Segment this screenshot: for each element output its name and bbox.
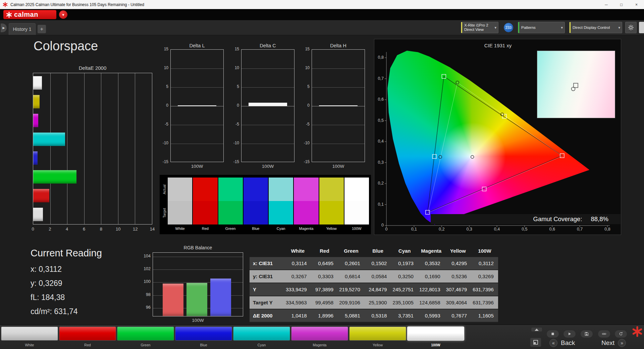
swatch-actual: [319, 178, 344, 201]
pattern-button-white[interactable]: [1, 327, 58, 341]
chart-title: RGB Balance: [153, 245, 243, 250]
reading-cdm2: cd/m²: 631,74: [31, 307, 78, 316]
table-cell: 97,3899: [311, 287, 338, 292]
table-cell: 309,4064: [445, 300, 472, 305]
display-control-dropdown[interactable]: Direct Display Control ▾: [569, 22, 622, 33]
add-tab-button[interactable]: +: [38, 25, 46, 33]
x-tick-label: 0,8: [601, 227, 614, 232]
calman-logo[interactable]: calman: [3, 10, 56, 19]
x-axis-label: 100W: [170, 164, 224, 169]
rgb-plot: [153, 252, 243, 316]
measurement-count-badge[interactable]: 233: [504, 23, 513, 32]
pattern-label: Cyan: [233, 343, 290, 347]
link-button[interactable]: [598, 330, 610, 338]
table-column-header: Yellow: [445, 248, 472, 254]
table-row: Y333,942997,3899219,527024,8479245,27511…: [250, 283, 498, 296]
table-cell: 307,4679: [445, 287, 472, 292]
swatch-target: [193, 201, 217, 225]
meter-dropdown[interactable]: X-Rite i1Pro 2 Direct View ▾: [461, 22, 498, 33]
gridline: [118, 73, 118, 224]
table-cell: 0,5236: [445, 273, 472, 279]
rgb-balance-chart: RGB Balance 1041021009896 100W: [138, 245, 245, 326]
x-axis-label: 100W: [312, 164, 365, 169]
pattern-button-magenta[interactable]: [291, 327, 348, 341]
table-column-header: Magenta: [418, 248, 445, 254]
pattern-button-blue[interactable]: [175, 327, 232, 341]
refresh-button[interactable]: [614, 330, 627, 338]
y-axis: 151050-5-10-15: [158, 49, 168, 162]
collapse-tray-button[interactable]: [531, 327, 542, 332]
close-button[interactable]: ×: [629, 0, 644, 9]
maximize-button[interactable]: □: [614, 0, 629, 9]
chevron-left-icon: «: [549, 339, 557, 347]
swatch-target: [244, 201, 268, 225]
patterns-dropdown[interactable]: Patterns ▾: [518, 22, 565, 33]
pattern-button-cyan[interactable]: [233, 327, 290, 341]
swatch-label: Cyan: [269, 225, 293, 233]
calman-app-window: Calman 2025 Calman Ultimate for Business…: [0, 0, 644, 349]
table-cell: 0,2601: [338, 260, 365, 266]
delta-h-chart: Delta H 151050-5-10-15 100W: [312, 43, 365, 174]
pattern-button-red[interactable]: [59, 327, 116, 341]
x-tick-label: 4: [66, 227, 68, 232]
table-cell: 0,3114: [284, 260, 311, 266]
table-body: x: CIE310,31140,64950,26010,15020,19730,…: [250, 257, 498, 322]
gridline: [241, 125, 294, 125]
save-button[interactable]: [580, 330, 593, 338]
swatch-actual: [218, 178, 243, 201]
brand-name: calman: [14, 11, 38, 18]
deltae-bar-red: [33, 189, 49, 202]
y-tick-label: -5: [300, 122, 310, 127]
table-column-header: Green: [338, 248, 365, 254]
actual-target-swatch-panel: Actual Target WhiteRedGreenBlueCyanMagen…: [160, 175, 371, 234]
x-tick-label: 0,4: [490, 227, 504, 232]
delta-bar: [249, 103, 287, 106]
calman-asterisk-icon[interactable]: [632, 326, 643, 337]
y-tick-label: 0,1: [374, 202, 384, 207]
table-row: y: CIE310,32670,33030,68140,05840,32500,…: [250, 270, 498, 283]
reading-x: x: 0,3112: [31, 265, 62, 274]
chart-title: DeltaE 2000: [33, 65, 152, 71]
swatch-target: [269, 201, 293, 225]
table-cell: 1,0418: [284, 313, 311, 318]
table-cell: 124,6858: [418, 300, 445, 305]
swatch-column-red: Red: [193, 178, 217, 234]
x-tick-label: 0,2: [435, 227, 448, 232]
x-tick-label: 14: [150, 227, 155, 232]
delta-bar: [178, 105, 216, 106]
table-row: ΔE 20001,04181,89965,08810,53183,73510,5…: [250, 309, 498, 322]
layout-button[interactable]: [530, 338, 541, 347]
table-cell: 0,3269: [471, 273, 498, 279]
y-tick-label: 15: [158, 47, 168, 51]
next-button[interactable]: Next »: [601, 338, 626, 348]
settings-button[interactable]: [625, 22, 637, 33]
table-header: WhiteRedGreenBlueCyanMagentaYellow100W: [250, 244, 498, 257]
swatch-column-100w: 100W: [344, 178, 369, 234]
stop-button[interactable]: [546, 330, 559, 338]
back-button[interactable]: « Back: [549, 338, 575, 348]
y-tick-label: 10: [300, 65, 310, 70]
main-menu-button[interactable]: ▾: [59, 10, 67, 19]
table-cell: 0,4295: [445, 260, 472, 266]
table-cell: 0,3303: [311, 273, 338, 279]
edge-panel-button[interactable]: [639, 22, 644, 33]
pattern-button-green[interactable]: [117, 327, 174, 341]
display-control-accent: [570, 22, 571, 33]
gridline: [171, 144, 223, 144]
tab-history-1[interactable]: History 1: [9, 23, 36, 35]
pattern-button-yellow[interactable]: [349, 327, 406, 341]
x-tick-label: 0: [380, 227, 393, 232]
gridline: [67, 73, 67, 224]
pattern-label: 100W: [407, 343, 464, 347]
table-cell: 219,5270: [338, 287, 365, 292]
table-column-header: Red: [311, 248, 338, 254]
table-cell: 209,9106: [338, 300, 365, 305]
calman-asterisk-icon: [6, 12, 12, 18]
minimize-button[interactable]: ─: [599, 0, 614, 9]
pattern-button-100w[interactable]: [407, 327, 464, 341]
play-button[interactable]: [563, 330, 576, 338]
gamut-coverage: Gamut Coverage: 88,8%: [431, 214, 621, 224]
deltae-plot: [33, 73, 152, 225]
table-cell: 0,6495: [311, 260, 338, 266]
chevron-down-icon: ▾: [62, 12, 64, 17]
